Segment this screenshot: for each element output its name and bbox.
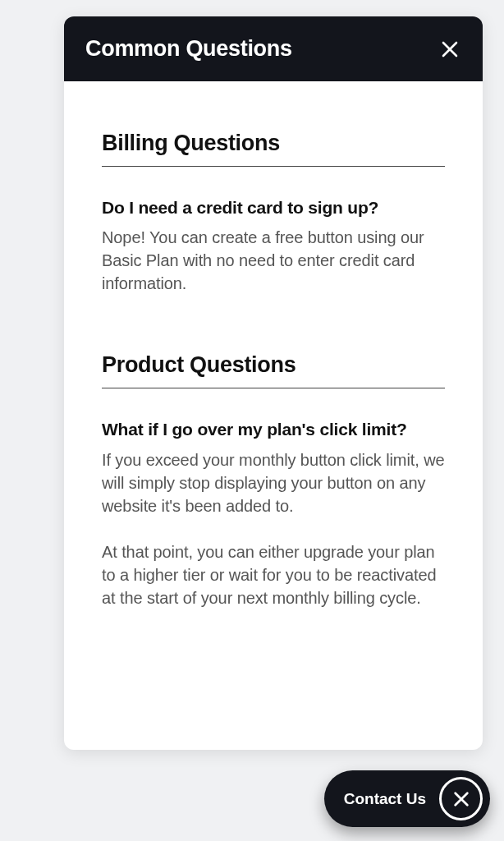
faq-panel: Common Questions Billing Questions Do I … xyxy=(64,16,483,750)
panel-body: Billing Questions Do I need a credit car… xyxy=(64,81,483,750)
panel-header: Common Questions xyxy=(64,16,483,81)
contact-us-label: Contact Us xyxy=(344,790,426,808)
faq-question: Do I need a credit card to sign up? xyxy=(102,196,445,219)
faq-answer: Nope! You can create a free button using… xyxy=(102,226,445,295)
panel-title: Common Questions xyxy=(85,36,292,62)
faq-section-product: Product Questions What if I go over my p… xyxy=(102,352,445,609)
section-title: Product Questions xyxy=(102,352,445,388)
faq-section-billing: Billing Questions Do I need a credit car… xyxy=(102,131,445,295)
section-title: Billing Questions xyxy=(102,131,445,167)
close-icon[interactable] xyxy=(439,777,483,820)
faq-item: What if I go over my plan's click limit?… xyxy=(102,418,445,609)
close-icon[interactable] xyxy=(438,38,461,61)
contact-us-button[interactable]: Contact Us xyxy=(324,770,490,827)
faq-question: What if I go over my plan's click limit? xyxy=(102,418,445,441)
faq-answer: If you exceed your monthly button click … xyxy=(102,448,445,609)
faq-item: Do I need a credit card to sign up? Nope… xyxy=(102,196,445,295)
